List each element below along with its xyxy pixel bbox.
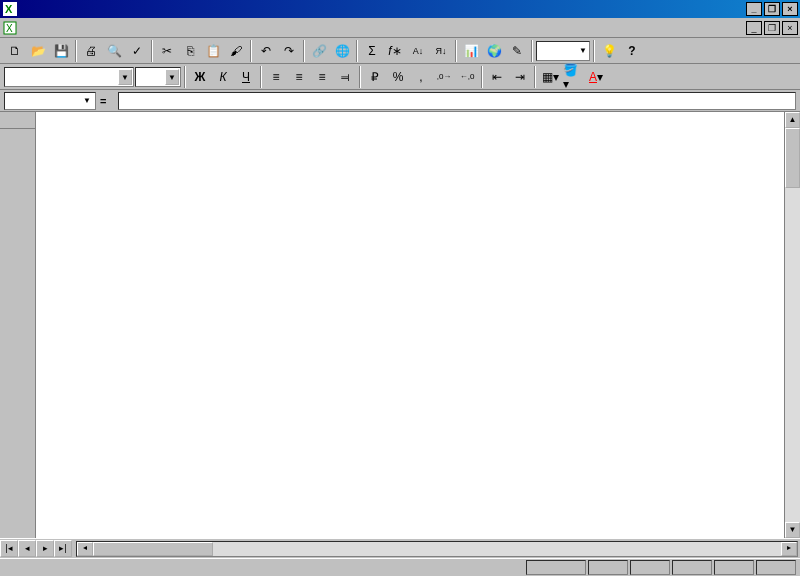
align-left-button[interactable]: ≡	[265, 66, 287, 88]
undo-button[interactable]: ↶	[255, 40, 277, 62]
autosum-button[interactable]: Σ	[361, 40, 383, 62]
redo-button[interactable]: ↷	[278, 40, 300, 62]
whatsthis-button[interactable]: ?	[621, 40, 643, 62]
font-color-button[interactable]: A▾	[585, 66, 607, 88]
title-bar: X _ ❐ ×	[0, 0, 800, 18]
copy-button[interactable]: ⎘	[179, 40, 201, 62]
open-button[interactable]: 📂	[27, 40, 49, 62]
align-right-button[interactable]: ≡	[311, 66, 333, 88]
drawing-button[interactable]: ✎	[506, 40, 528, 62]
dec-decimal-button[interactable]: ←,0	[456, 66, 478, 88]
horizontal-scrollbar[interactable]: ◂ ▸	[76, 541, 798, 557]
doc-icon[interactable]: X	[2, 20, 18, 36]
scroll-down-button[interactable]: ▼	[785, 522, 800, 538]
spell-button[interactable]: ✓	[126, 40, 148, 62]
align-center-button[interactable]: ≡	[288, 66, 310, 88]
merge-center-button[interactable]: ⫤	[334, 66, 356, 88]
currency-button[interactable]: ₽	[364, 66, 386, 88]
scroll-thumb[interactable]	[785, 128, 800, 188]
status-bar	[0, 558, 800, 576]
save-button[interactable]: 💾	[50, 40, 72, 62]
doc-restore-button[interactable]: ❐	[764, 21, 780, 35]
function-button[interactable]: f∗	[384, 40, 406, 62]
minimize-button[interactable]: _	[746, 2, 762, 16]
doc-minimize-button[interactable]: _	[746, 21, 762, 35]
underline-button[interactable]: Ч	[235, 66, 257, 88]
tabs-row: |◂ ◂ ▸ ▸| ◂ ▸	[0, 538, 800, 558]
maximize-button[interactable]: ❐	[764, 2, 780, 16]
svg-text:X: X	[6, 23, 13, 34]
cut-button[interactable]: ✂	[156, 40, 178, 62]
tab-last-button[interactable]: ▸|	[54, 540, 72, 557]
fill-color-button[interactable]: 🪣▾	[562, 66, 584, 88]
sort-desc-button[interactable]: Я↓	[430, 40, 452, 62]
chart-button[interactable]: 📊	[460, 40, 482, 62]
bold-button[interactable]: Ж	[189, 66, 211, 88]
status-cell	[630, 560, 670, 575]
tab-next-button[interactable]: ▸	[36, 540, 54, 557]
standard-toolbar: 🗋 📂 💾 🖨 🔍 ✓ ✂ ⎘ 📋 🖌 ↶ ↷ 🔗 🌐 Σ f∗ A↓ Я↓ 📊…	[0, 38, 800, 64]
doc-close-button[interactable]: ×	[782, 21, 798, 35]
help-button[interactable]: 💡	[598, 40, 620, 62]
hyperlink-button[interactable]: 🔗	[308, 40, 330, 62]
equals-label: =	[100, 95, 106, 107]
svg-text:X: X	[5, 3, 13, 15]
inc-decimal-button[interactable]: ,0→	[433, 66, 455, 88]
dec-indent-button[interactable]: ⇤	[486, 66, 508, 88]
web-toolbar-button[interactable]: 🌐	[331, 40, 353, 62]
sort-asc-button[interactable]: A↓	[407, 40, 429, 62]
map-button[interactable]: 🌍	[483, 40, 505, 62]
status-cell	[588, 560, 628, 575]
format-painter-button[interactable]: 🖌	[225, 40, 247, 62]
new-button[interactable]: 🗋	[4, 40, 26, 62]
formula-bar: ▼ =	[0, 90, 800, 112]
percent-button[interactable]: %	[387, 66, 409, 88]
borders-button[interactable]: ▦▾	[539, 66, 561, 88]
scroll-up-button[interactable]: ▲	[785, 112, 800, 128]
outline-bar[interactable]	[0, 112, 36, 538]
vertical-scrollbar[interactable]: ▲ ▼	[784, 112, 800, 538]
scroll-right-button[interactable]: ▸	[781, 542, 797, 556]
formula-input[interactable]	[118, 92, 796, 110]
italic-button[interactable]: К	[212, 66, 234, 88]
status-cell	[526, 560, 586, 575]
grid[interactable]	[36, 112, 784, 538]
comma-button[interactable]: ,	[410, 66, 432, 88]
print-button[interactable]: 🖨	[80, 40, 102, 62]
fontsize-combo[interactable]: ▼	[135, 67, 181, 87]
tab-prev-button[interactable]: ◂	[18, 540, 36, 557]
status-cell	[714, 560, 754, 575]
num-indicator	[672, 560, 712, 575]
formatting-toolbar: ▼ ▼ Ж К Ч ≡ ≡ ≡ ⫤ ₽ % , ,0→ ←,0 ⇤ ⇥ ▦▾ 🪣…	[0, 64, 800, 90]
font-combo[interactable]: ▼	[4, 67, 134, 87]
close-button[interactable]: ×	[782, 2, 798, 16]
status-cell	[756, 560, 796, 575]
zoom-combo[interactable]: ▼	[536, 41, 590, 61]
paste-button[interactable]: 📋	[202, 40, 224, 62]
hscroll-thumb[interactable]	[93, 542, 213, 556]
workarea: ▲ ▼	[0, 112, 800, 538]
inc-indent-button[interactable]: ⇥	[509, 66, 531, 88]
preview-button[interactable]: 🔍	[103, 40, 125, 62]
app-icon: X	[2, 1, 18, 17]
name-box[interactable]: ▼	[4, 92, 96, 110]
scroll-left-button[interactable]: ◂	[77, 542, 93, 556]
tab-first-button[interactable]: |◂	[0, 540, 18, 557]
menu-bar: X _ ❐ ×	[0, 18, 800, 38]
